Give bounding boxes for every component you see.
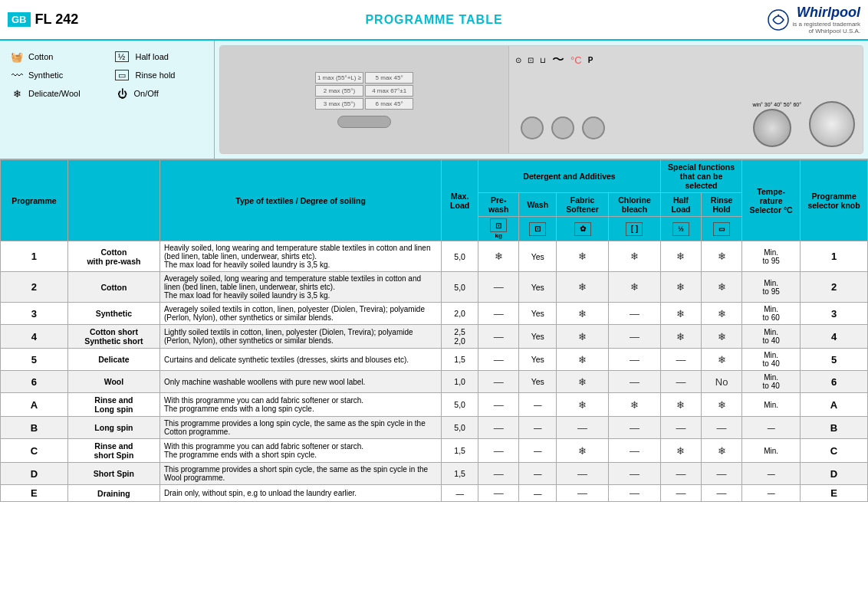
ctrl-icon-1: ⊙ <box>515 56 521 64</box>
legend-halfload: ½ Half load <box>115 50 205 64</box>
drawer-cell-5: 3 max (55°) <box>315 98 363 110</box>
th-temperature: Tempe-rature Selector °C <box>742 160 801 241</box>
brand-logo: ● Whirlpool is a registered trademark of… <box>767 5 860 34</box>
kg-label: kg <box>480 232 517 239</box>
table-row: ARinse and Long spinWith this programme … <box>1 393 868 417</box>
legend-delicate: ❄ Delicate/Wool <box>9 87 100 100</box>
programme-table: Programme Type of textiles / Degree of s… <box>0 159 868 502</box>
temp-scale: win° 30° 40° 50° 60° <box>753 102 801 107</box>
table-row: 5DelicateCurtains and delicate synthetic… <box>1 349 868 371</box>
th-detergent: Detergent and Additives <box>478 160 661 193</box>
table-row: CRinse and short SpinWith this programme… <box>1 439 868 463</box>
legend-rinsehold: ▭ Rinse hold <box>115 68 205 82</box>
legend-halfload-label: Half load <box>136 52 169 61</box>
ctrl-p: P <box>588 56 593 64</box>
country-badge: GB <box>8 12 31 27</box>
ctrl-temp: °C <box>570 54 582 66</box>
table-body: 1Cotton with pre-washHeavily soiled, lon… <box>1 241 868 502</box>
control-row: ⊙ ⊡ ⊔ 〜 °C P <box>515 52 856 68</box>
legend-synthetic: 〰 Synthetic <box>9 68 100 82</box>
table-row: 4Cotton short Synthetic shortLightly soi… <box>1 325 868 349</box>
prewash-icon: ⊡ <box>490 218 507 232</box>
prog-btn-3 <box>582 116 605 139</box>
rinsehold-table-icon: ▭ <box>713 222 730 236</box>
brand-name: Whirlpool <box>793 5 860 21</box>
th-prewash: Pre-wash <box>478 193 519 217</box>
brand-subtitle: is a registered trademark of Whirlpool U… <box>793 21 860 34</box>
ctrl-wave: 〜 <box>552 52 564 68</box>
legend-grid: 🧺 Cotton ½ Half load 〰 Synthetic ▭ Rinse… <box>9 47 205 107</box>
table-header-row-1: Programme Type of textiles / Degree of s… <box>1 160 868 193</box>
chlorine-icon: [ ] <box>626 222 643 236</box>
legend-onoff: ⏻ On/Off <box>115 87 205 100</box>
onoff-icon: ⏻ <box>115 87 130 100</box>
legend-area: 🧺 Cotton ½ Half load 〰 Synthetic ▭ Rinse… <box>0 41 215 159</box>
rinsehold-icon: ▭ <box>115 70 129 80</box>
table-row: BLong spinThis programme provides a long… <box>1 417 868 439</box>
th-maxload: Max. Load <box>442 160 478 241</box>
legend-rinsehold-label: Rinse hold <box>136 70 176 80</box>
th-icon-prewash: ⊡ kg <box>478 217 519 241</box>
th-wash: Wash <box>519 193 557 217</box>
programme-table-title: PROGRAMME TABLE <box>365 13 502 27</box>
drawer-cell-4: 4 max 67°±1 <box>365 85 413 97</box>
machine-left-panel: 1 max (55°+L) ≥ 5 max 45° 2 max (55°) 4 … <box>220 46 509 153</box>
fabric-icon: ✿ <box>574 222 591 236</box>
halfload-table-icon: ½ <box>672 222 689 236</box>
th-icon-halfload: ½ <box>660 217 701 241</box>
legend-cotton-label: Cotton <box>28 52 53 61</box>
th-icon-chlorine: [ ] <box>609 217 661 241</box>
th-type: Type of textiles / Degree of soiling <box>160 160 442 241</box>
th-programme: Programme <box>1 160 68 241</box>
top-section: 🧺 Cotton ½ Half load 〰 Synthetic ▭ Rinse… <box>0 41 868 159</box>
prog-btn-2 <box>551 116 574 139</box>
drawer-cell-1: 1 max (55°+L) ≥ <box>315 72 363 84</box>
drawer-cell-2: 5 max 45° <box>365 72 413 84</box>
machine-inner: 1 max (55°+L) ≥ 5 max 45° 2 max (55°) 4 … <box>220 46 863 153</box>
table-row: 6WoolOnly machine washable woollens with… <box>1 371 868 393</box>
program-buttons <box>521 116 605 139</box>
legend-synthetic-label: Synthetic <box>28 70 63 80</box>
th-icon-wash: ⊡ <box>519 217 557 241</box>
selector-knob-area <box>809 101 855 147</box>
machine-diagram: 1 max (55°+L) ≥ 5 max 45° 2 max (55°) 4 … <box>219 45 863 154</box>
prog-btn-1 <box>521 116 544 139</box>
th-rinsehold: Rinse Hold <box>702 193 742 217</box>
wash-icon: ⊡ <box>529 222 546 236</box>
cotton-icon: 🧺 <box>9 50 25 64</box>
table-row: 1Cotton with pre-washHeavily soiled, lon… <box>1 241 868 272</box>
th-halfload: Half Load <box>660 193 701 217</box>
page-header: GB FL 242 PROGRAMME TABLE ● Whirlpool is… <box>0 0 868 41</box>
th-icon-fabric: ✿ <box>557 217 609 241</box>
table-row: EDrainingDrain only, without spin, e.g t… <box>1 485 868 502</box>
halfload-icon: ½ <box>115 51 129 62</box>
door-handle <box>337 116 391 128</box>
table-row: 2CottonAveragely soiled, long wearing an… <box>1 272 868 303</box>
machine-drawer-label: 1 max (55°+L) ≥ 5 max 45° 2 max (55°) 4 … <box>315 72 413 110</box>
model-title: FL 242 <box>35 11 79 28</box>
temperature-knob <box>753 109 791 147</box>
delicate-icon: ❄ <box>9 87 25 100</box>
ctrl-icon-3: ⊔ <box>540 56 546 64</box>
th-chlorine: Chlorine bleach <box>609 193 661 217</box>
table-row: 3SyntheticAveragely soiled textils in co… <box>1 303 868 325</box>
drawer-cell-3: 2 max (55°) <box>315 85 363 97</box>
th-selector: Programme selector knob <box>801 160 868 241</box>
th-special: Special functions that can be selected <box>660 160 741 193</box>
ctrl-icon-2: ⊡ <box>528 56 534 64</box>
machine-right-panel: ⊙ ⊡ ⊔ 〜 °C P win° 30° 40° 50° 60 <box>509 46 863 153</box>
drawer-cell-6: 6 max 45° <box>365 98 413 110</box>
legend-delicate-label: Delicate/Wool <box>28 89 81 98</box>
synthetic-icon: 〰 <box>9 68 25 82</box>
legend-onoff-label: On/Off <box>134 89 159 98</box>
whirlpool-emblem-icon: ● <box>767 8 790 31</box>
table-row: DShort SpinThis programme provides a sho… <box>1 463 868 485</box>
programme-selector-knob <box>809 101 855 147</box>
control-icons-row: ⊙ ⊡ ⊔ 〜 °C P <box>515 52 593 68</box>
th-icon-rinsehold: ▭ <box>702 217 742 241</box>
th-fabric: Fabric Softener <box>557 193 609 217</box>
temp-knob-area: win° 30° 40° 50° 60° <box>753 102 801 147</box>
th-name <box>67 160 159 241</box>
legend-cotton: 🧺 Cotton <box>9 50 100 64</box>
